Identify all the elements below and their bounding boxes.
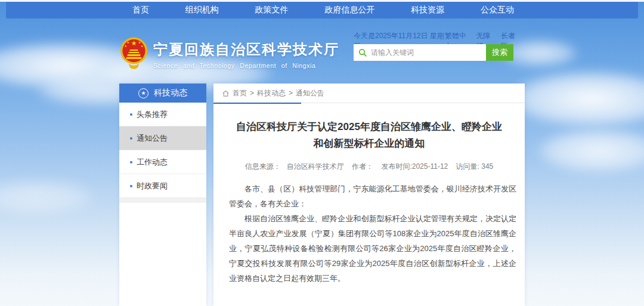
breadcrumb: 首页 > 科技动态 > 通知公告: [213, 84, 525, 103]
breadcrumb-tech-dynamics[interactable]: 科技动态: [257, 88, 286, 98]
nav-item-resources[interactable]: 科技资源: [411, 5, 444, 16]
meta-author-label: 作者：: [352, 162, 373, 171]
nav-item-gov-info[interactable]: 政府信息公开: [324, 5, 374, 16]
site-title: 宁夏回族自治区科学技术厅: [153, 40, 339, 59]
sidebar-item-work-dynamics[interactable]: 工作动态: [119, 150, 206, 174]
cloud: [537, 128, 644, 173]
meta-publish-time: 发布时间:2025-11-12: [381, 162, 448, 171]
article-body: 各市、县（区）科技管理部门，宁东能源化工基地管委会，银川经济技术开发区管委会，各…: [229, 181, 516, 286]
nav-item-home[interactable]: 首页: [132, 5, 149, 16]
sidebar-header: ★ 科技动态: [119, 84, 206, 103]
sidebar: ★ 科技动态 头条推荐 通知公告 工作动态 时政要闻: [119, 84, 206, 306]
article-title-line2: 和创新型标杆企业的通知: [213, 135, 525, 152]
sidebar-item-notices[interactable]: 通知公告: [119, 126, 206, 150]
nav-item-policy[interactable]: 政策文件: [255, 5, 289, 16]
breadcrumb-separator: >: [250, 89, 254, 97]
cloud: [508, 70, 644, 127]
bullet-dot-icon: [130, 113, 132, 116]
sidebar-item-label: 工作动态: [137, 157, 168, 168]
site-subtitle: Science and Technology Department of Nin…: [153, 62, 339, 69]
meta-source: 自治区科学技术厅: [287, 162, 344, 171]
sidebar-item-label: 头条推荐: [137, 109, 168, 120]
meta-visits: 访问量: 345: [456, 162, 494, 171]
breadcrumb-separator: >: [289, 89, 293, 97]
main-content: 首页 > 科技动态 > 通知公告 自治区科技厅关于认定2025年度自治区雏鹰企业…: [213, 84, 525, 306]
star-circle-icon: ★: [138, 88, 148, 98]
sidebar-item-current-politics[interactable]: 时政要闻: [119, 174, 206, 198]
sidebar-item-label: 时政要闻: [137, 181, 168, 191]
search-button[interactable]: 搜索: [486, 44, 513, 61]
nav-item-interaction[interactable]: 公众互动: [481, 5, 514, 16]
home-icon: [222, 89, 230, 97]
search-input[interactable]: [371, 48, 481, 57]
top-navigation: 首页 组织机构 政策文件 政府信息公开 科技资源 公众互动: [6, 2, 638, 18]
sidebar-title: 科技动态: [154, 88, 187, 98]
article-paragraph: 各市、县（区）科技管理部门，宁东能源化工基地管委会，银川经济技术开发区管委会，各…: [229, 181, 516, 211]
page: 首页 组织机构 政策文件 政府信息公开 科技资源 公众互动 ★ ★ ★ ★ ★ …: [0, 0, 644, 306]
article-title-line1: 自治区科技厅关于认定2025年度自治区雏鹰企业、瞪羚企业: [213, 119, 525, 135]
sidebar-item-headlines[interactable]: 头条推荐: [119, 103, 206, 126]
meta-source-label: 信息来源：: [245, 162, 281, 171]
site-title-block: 宁夏回族自治区科学技术厅 Science and Technology Depa…: [153, 40, 339, 69]
breadcrumb-notices[interactable]: 通知公告: [296, 88, 324, 98]
nav-item-organization[interactable]: 组织机构: [185, 5, 219, 16]
bullet-dot-icon: [130, 137, 132, 140]
svg-text:★: ★: [131, 39, 137, 47]
breadcrumb-home[interactable]: 首页: [233, 88, 247, 98]
search-bar: 搜索: [354, 44, 513, 61]
svg-text:★: ★: [141, 45, 144, 48]
bullet-dot-icon: [130, 161, 132, 163]
search-input-wrap: [354, 44, 486, 61]
svg-text:★: ★: [127, 41, 130, 44]
bullet-dot-icon: [130, 185, 132, 187]
article-title: 自治区科技厅关于认定2025年度自治区雏鹰企业、瞪羚企业 和创新型标杆企业的通知: [213, 119, 525, 152]
cloud: [0, 179, 95, 215]
nav-items: 首页 组织机构 政策文件 政府信息公开 科技资源 公众互动: [132, 5, 514, 16]
sidebar-footer-strip: [119, 198, 206, 203]
national-emblem-icon: ★ ★ ★ ★ ★: [120, 35, 148, 70]
svg-text:★: ★: [125, 45, 128, 48]
svg-text:★: ★: [138, 41, 141, 44]
sidebar-item-label: 通知公告: [137, 133, 168, 144]
search-icon: [358, 48, 367, 57]
article-meta: 信息来源：自治区科学技术厅 作者： 发布时间:2025-11-12 访问量: 3…: [213, 162, 525, 172]
article-paragraph: 根据自治区雏鹰企业、瞪羚企业和创新型标杆企业认定管理有关规定，决定认定半亩良人农…: [229, 211, 516, 286]
